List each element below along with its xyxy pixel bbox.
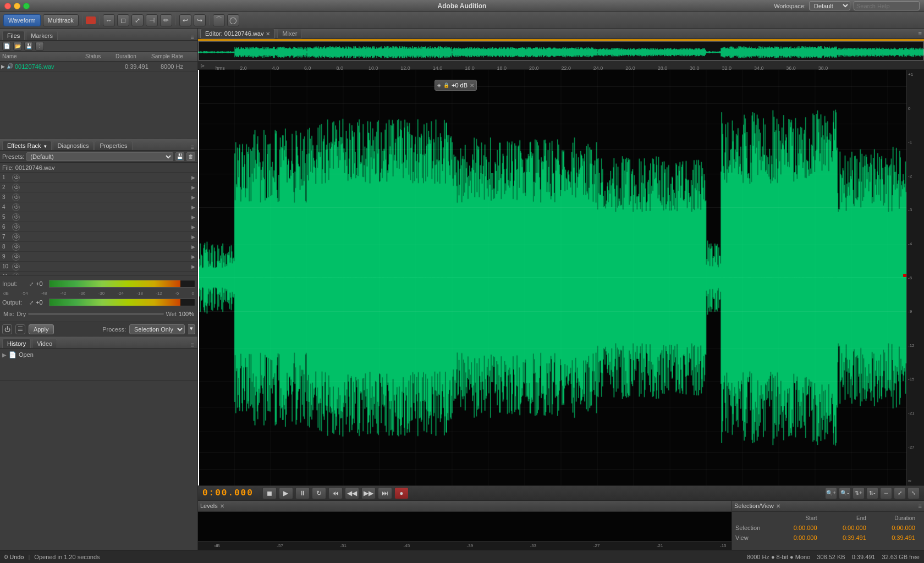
output-meter (49, 299, 195, 306)
effect-slot-1[interactable]: 1 ⏻ ▶ (0, 173, 197, 183)
loop-button[interactable]: ↻ (312, 487, 326, 499)
process-label: Process: (102, 326, 126, 333)
presets-save-button[interactable]: 💾 (175, 152, 184, 161)
process-dropdown[interactable]: Selection Only (129, 324, 185, 334)
process-power-button[interactable]: ⏻ (2, 324, 12, 334)
files-options-button[interactable]: ⋮ (35, 42, 44, 51)
selview-collapse-button[interactable]: ≡ (919, 503, 922, 509)
sv-col-start: Start (773, 515, 822, 521)
close-button[interactable] (4, 3, 11, 9)
mix-slider[interactable] (28, 313, 163, 315)
maximize-button[interactable] (23, 3, 30, 9)
effect-slot-3[interactable]: 3 ⏻ ▶ (0, 192, 197, 202)
grid-h-6 (198, 207, 924, 208)
redo-button[interactable]: ↪ (194, 14, 206, 26)
gain-close-button[interactable]: ✕ (470, 82, 474, 89)
sv-selection-end: 0:00.000 (823, 525, 872, 531)
skip-start-button[interactable]: ⊣ (146, 14, 158, 26)
zoom-out-time-button[interactable]: 🔍- (839, 487, 851, 499)
undo-button[interactable]: ↩ (179, 14, 191, 26)
tab-markers[interactable]: Markers (26, 31, 58, 40)
files-open-button[interactable]: 📂 (13, 42, 22, 51)
files-collapse-button[interactable]: ≡ (191, 34, 194, 40)
slot-power-2[interactable]: ⏻ (12, 184, 20, 191)
waveform-main[interactable]: ◈ 🔒 +0 dB ✕ (198, 70, 924, 485)
next-button[interactable]: ⏭ (378, 487, 392, 499)
heal-tool-button[interactable]: ◯ (227, 14, 239, 26)
grid-h-11 (198, 407, 924, 407)
slot-power-10[interactable]: ⏻ (12, 263, 20, 271)
search-input[interactable] (854, 1, 920, 10)
file-icon: 🔊 (7, 63, 13, 69)
presets-dropdown[interactable]: (Default) (26, 152, 173, 161)
workspace-select[interactable]: Default (809, 1, 850, 10)
effect-slot-6[interactable]: 6 ⏻ ▶ (0, 222, 197, 232)
editor-tab-close[interactable]: ✕ (266, 31, 270, 37)
files-save-button[interactable]: 💾 (24, 42, 33, 51)
tab-effects-rack[interactable]: Effects Rack ▾ (2, 141, 52, 150)
prev-button[interactable]: ⏮ (328, 487, 343, 499)
levels-close-button[interactable]: ✕ (220, 503, 224, 509)
slot-power-9[interactable]: ⏻ (12, 253, 20, 261)
zoom-to-selection-button[interactable]: ↔ (880, 487, 892, 499)
slot-power-8[interactable]: ⏻ (12, 243, 20, 251)
effect-slot-8[interactable]: 8 ⏻ ▶ (0, 242, 197, 252)
history-collapse-button[interactable]: ≡ (191, 341, 194, 348)
process-arrow-button[interactable]: ▾ (188, 324, 195, 334)
files-new-button[interactable]: 📄 (2, 42, 11, 51)
stop-button[interactable]: ◼ (262, 487, 277, 499)
editor-collapse-button[interactable]: ≡ (919, 30, 922, 37)
effect-slot-4[interactable]: 4 ⏻ ▶ (0, 202, 197, 212)
slot-power-4[interactable]: ⏻ (12, 203, 20, 211)
timeline-ruler: ⊳ hms 2.0 4.0 6.0 8.0 10.0 12.0 14.0 16.… (198, 62, 924, 70)
tab-properties[interactable]: Properties (95, 141, 132, 150)
slot-power-6[interactable]: ⏻ (12, 223, 20, 231)
effect-slot-5[interactable]: 5 ⏻ ▶ (0, 212, 197, 222)
slot-power-7[interactable]: ⏻ (12, 233, 20, 241)
slot-power-3[interactable]: ⏻ (12, 194, 20, 201)
pause-button[interactable]: ⏸ (295, 487, 310, 499)
effect-slot-10[interactable]: 10 ⏻ ▶ (0, 262, 197, 272)
file-row[interactable]: ▶ 🔊 00120746.wav 0:39.491 8000 Hz (0, 62, 197, 71)
rew-button[interactable]: ◀◀ (345, 487, 359, 499)
move-tool-button[interactable]: ↔ (103, 14, 115, 26)
tab-files[interactable]: Files (2, 31, 25, 40)
record-button[interactable]: ● (394, 487, 409, 499)
play-button[interactable]: ▶ (279, 487, 293, 499)
brush-tool-button[interactable]: ⌒ (213, 14, 225, 26)
waveform-overview[interactable] (198, 39, 924, 62)
history-item-label: Open (19, 351, 34, 358)
zoom-full-button[interactable]: ⤢ (894, 487, 906, 499)
zoom-in-time-button[interactable]: 🔍+ (825, 487, 837, 499)
tab-video[interactable]: Video (32, 339, 57, 348)
files-panel-tabs: Files Markers ≡ (0, 29, 197, 41)
tab-history[interactable]: History (2, 339, 31, 348)
zoom-in-amp-button[interactable]: ⇅+ (853, 487, 865, 499)
apply-button[interactable]: Apply (29, 324, 54, 334)
zoom-out-amp-button[interactable]: ⇅- (866, 487, 878, 499)
multitrack-button[interactable]: Multitrack (43, 14, 79, 26)
waveform-button[interactable]: Waveform (3, 14, 41, 26)
process-list-button[interactable]: ☰ (15, 324, 25, 334)
history-item-open[interactable]: ▶ 📄 Open (2, 350, 195, 360)
slot-power-5[interactable]: ⏻ (12, 213, 20, 221)
effect-slot-7[interactable]: 7 ⏻ ▶ (0, 232, 197, 242)
mix-label: Mix: (3, 311, 14, 317)
slot-power-1[interactable]: ⏻ (12, 174, 20, 181)
effect-slot-2[interactable]: 2 ⏻ ▶ (0, 183, 197, 192)
editor-tab[interactable]: Editor: 00120746.wav ✕ (200, 29, 275, 38)
slot-arrow-8: ▶ (191, 244, 195, 250)
tab-diagnostics[interactable]: Diagnostics (53, 141, 94, 150)
mixer-tab[interactable]: Mixer (277, 29, 302, 38)
left-panel: Files Markers ≡ 📄 📂 💾 ⋮ Name Status Dura… (0, 29, 198, 550)
selview-close-button[interactable]: ✕ (776, 503, 780, 509)
pencil-tool-button[interactable]: ✏ (160, 14, 172, 26)
presets-delete-button[interactable]: 🗑 (186, 152, 195, 161)
minimize-button[interactable] (14, 3, 20, 9)
zoom-custom-button[interactable]: ⤡ (908, 487, 920, 499)
fwd-button[interactable]: ▶▶ (361, 487, 376, 499)
effects-collapse-button[interactable]: ≡ (191, 143, 194, 150)
zoom-tool-button[interactable]: ⤢ (131, 14, 144, 26)
select-tool-button[interactable]: ◻ (117, 14, 129, 26)
effect-slot-9[interactable]: 9 ⏻ ▶ (0, 252, 197, 262)
